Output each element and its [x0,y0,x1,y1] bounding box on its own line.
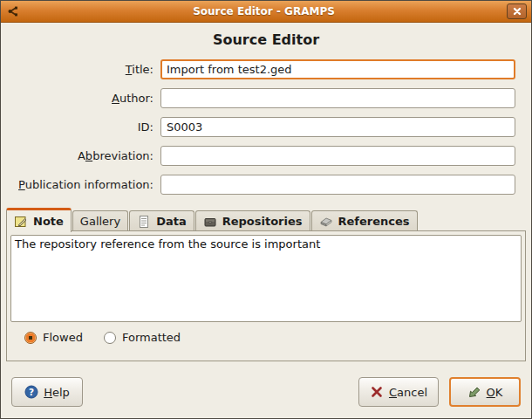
note-format-options: Flowed Formatted [24,331,522,344]
tab-data[interactable]: Data [129,210,194,231]
ok-icon [467,385,481,399]
ok-button[interactable]: OK [449,377,521,407]
tab-repositories-label: Repositories [222,215,303,228]
form-row-title: Title: [10,59,515,79]
cancel-button-label: Cancel [389,386,427,399]
flowed-radio-label: Flowed [43,331,83,344]
help-icon: ? [24,385,38,399]
formatted-radio-circle[interactable] [104,332,116,344]
id-input[interactable] [160,117,515,137]
publication-input[interactable] [160,175,515,195]
notebook: Note Gallery Data [6,208,526,361]
tab-references-label: References [338,215,410,228]
svg-text:?: ? [29,387,34,397]
references-icon [319,215,333,229]
author-label: Author: [10,92,153,105]
close-button[interactable] [507,3,527,19]
data-list-icon [137,215,151,229]
flowed-radio[interactable]: Flowed [24,331,83,344]
dialog-action-area: ? Help Cancel OK [1,377,531,418]
abbreviation-input[interactable] [160,146,515,166]
tab-note[interactable]: Note [6,208,72,232]
abbreviation-label: Abbreviation: [10,149,153,162]
title-input[interactable] [160,59,515,79]
gramps-window-icon [5,3,21,19]
flowed-radio-circle[interactable] [24,332,37,344]
form-row-author: Author: [10,88,515,108]
id-label: ID: [10,120,153,134]
note-text-area[interactable]: The repository reference from the source… [10,235,522,322]
close-icon [513,7,522,16]
ok-button-label: OK [487,386,503,399]
tab-references[interactable]: References [311,210,418,231]
formatted-radio-label: Formatted [122,331,181,344]
repository-icon [203,215,217,229]
tab-bar: Note Gallery Data [6,208,526,231]
form-row-id: ID: [10,117,515,137]
author-input[interactable] [160,88,515,108]
tab-data-label: Data [156,215,187,228]
note-tab-page: The repository reference from the source… [6,230,526,361]
title-label: Title: [10,63,153,76]
publication-label: Publication information: [10,178,153,191]
help-button-label: Help [44,386,70,399]
cancel-icon [370,385,384,399]
page-title: Source Editor [1,31,531,48]
form-row-publication: Publication information: [10,175,515,195]
cancel-button[interactable]: Cancel [358,377,439,407]
help-button[interactable]: ? Help [11,377,83,407]
formatted-radio[interactable]: Formatted [104,331,181,344]
source-editor-dialog: Source Editor - GRAMPS Source Editor Tit… [0,0,532,419]
tab-note-label: Note [33,215,64,228]
titlebar[interactable]: Source Editor - GRAMPS [1,1,531,23]
tab-repositories[interactable]: Repositories [195,210,310,231]
window-title: Source Editor - GRAMPS [21,5,507,17]
form-row-abbreviation: Abbreviation: [10,146,515,166]
note-icon [14,215,28,229]
tab-gallery[interactable]: Gallery [72,210,128,231]
tab-gallery-label: Gallery [80,215,120,228]
